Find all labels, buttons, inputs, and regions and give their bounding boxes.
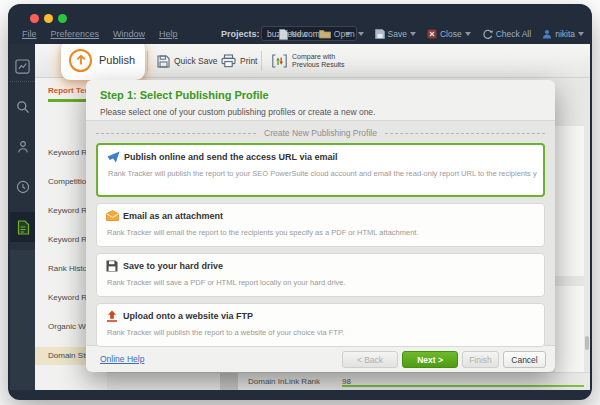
option-email-attachment[interactable]: Email as an attachment Rank Tracker will…: [96, 203, 545, 247]
finish-button[interactable]: Finish: [462, 351, 499, 368]
nav-search-button[interactable]: [10, 92, 35, 122]
save-label: Save: [388, 29, 407, 39]
option-title: Upload onto a website via FTP: [123, 311, 253, 321]
zoom-window-button[interactable]: [58, 14, 67, 23]
option-description: Rank Tracker will email the report to th…: [107, 228, 538, 237]
email-attachment-icon: [106, 210, 119, 221]
option-description: Rank Tracker will save a PDF or HTML rep…: [107, 278, 538, 287]
open-folder-icon: [319, 29, 331, 39]
dashed-line: [96, 133, 256, 134]
upload-ftp-icon: [106, 310, 118, 322]
save-disk-icon: [106, 260, 118, 272]
dialog-body: Create New Publishing Profile Publish on…: [86, 120, 555, 346]
report-icon: [16, 220, 30, 235]
search-icon: [16, 100, 30, 114]
open-project-button[interactable]: Open: [319, 29, 364, 39]
publish-online-icon: [107, 151, 120, 163]
next-button[interactable]: Next >: [402, 351, 458, 368]
open-label: Open: [334, 29, 355, 39]
compare-arrows-icon: [271, 54, 288, 68]
dialog-subtitle: Please select one of your custom publish…: [100, 107, 375, 117]
menubar: File Preferences Window Help Projects: b…: [8, 24, 592, 44]
menu-file[interactable]: File: [22, 29, 37, 39]
option-title: Save to your hard drive: [123, 261, 223, 271]
user-icon: [542, 29, 552, 39]
menu-help[interactable]: Help: [159, 29, 178, 39]
section-divider: Create New Publishing Profile: [96, 128, 545, 138]
option-title: Publish online and send the access URL v…: [124, 152, 337, 162]
floppy-save-icon: [157, 55, 170, 68]
titlebar: [8, 4, 592, 24]
content-area: Share Quick Save Print Compare with Prev…: [10, 44, 590, 390]
option-description: Rank Tracker will publish the report to …: [108, 169, 537, 178]
quick-save-button[interactable]: Quick Save: [157, 44, 217, 78]
quick-save-label: Quick Save: [174, 56, 217, 66]
background-panel: [555, 126, 584, 276]
printer-icon: [221, 54, 236, 68]
rank-progress-bar: [342, 385, 584, 387]
publish-button[interactable]: Publish: [61, 44, 145, 80]
menu-window[interactable]: Window: [113, 29, 145, 39]
toolbar-separator: [147, 51, 148, 71]
background-panel-right: [555, 78, 590, 390]
background-table-row: Domain InLink Rank 98: [107, 372, 590, 390]
clock-icon: [16, 180, 30, 194]
nav-competitors-button[interactable]: [10, 132, 35, 162]
person-icon: [16, 140, 30, 154]
user-label: nikita: [555, 29, 575, 39]
option-publish-online[interactable]: Publish online and send the access URL v…: [96, 143, 545, 197]
chart-icon: [15, 59, 30, 74]
domain-inlink-rank-label: Domain InLink Rank: [248, 377, 320, 386]
chevron-down-icon: [410, 32, 416, 36]
new-file-icon: [279, 29, 288, 40]
chevron-down-icon: [465, 32, 471, 36]
publish-arrow-icon: [69, 49, 92, 72]
nav-history-button[interactable]: [10, 172, 35, 202]
chevron-down-icon: [578, 32, 584, 36]
close-label: Close: [440, 29, 462, 39]
chevron-down-icon: [358, 32, 364, 36]
close-project-button[interactable]: Close: [427, 29, 471, 39]
close-window-button[interactable]: [30, 14, 39, 23]
check-all-button[interactable]: Check All: [482, 29, 531, 40]
option-upload-ftp[interactable]: Upload onto a website via FTP Rank Track…: [96, 303, 545, 347]
publish-label: Publish: [99, 54, 135, 66]
top-actions: New Open Save Close Check All: [279, 24, 584, 44]
option-title: Email as an attachment: [123, 211, 223, 221]
option-description: Rank Tracker will publish the report to …: [107, 328, 538, 337]
dialog-footer: Online Help < Back Next > Finish Cancel: [86, 346, 555, 372]
scrollbar-thumb[interactable]: [585, 336, 589, 350]
compare-button[interactable]: Compare with Previous Results: [271, 44, 345, 78]
menu-preferences[interactable]: Preferences: [51, 29, 100, 39]
nav-dashboard-button[interactable]: [10, 52, 35, 82]
option-save-hard-drive[interactable]: Save to your hard drive Rank Tracker wil…: [96, 253, 545, 297]
save-project-button[interactable]: Save: [375, 29, 416, 39]
report-toolbar: Share Quick Save Print Compare with Prev…: [35, 44, 590, 78]
dashed-line: [385, 133, 545, 134]
nav-rail-lower: [10, 250, 35, 390]
scrollbar-segment[interactable]: [220, 373, 238, 390]
user-menu-button[interactable]: nikita: [542, 29, 584, 39]
check-all-label: Check All: [496, 29, 531, 39]
new-label: New: [291, 29, 308, 39]
print-button[interactable]: Print: [221, 44, 257, 78]
close-square-icon: [427, 29, 437, 39]
save-file-icon: [375, 29, 385, 39]
toolbar-separator: [261, 51, 262, 71]
cancel-button[interactable]: Cancel: [503, 351, 546, 368]
app-window: File Preferences Window Help Projects: b…: [8, 4, 592, 400]
minimize-window-button[interactable]: [44, 14, 53, 23]
dialog-title: Step 1: Select Publishing Profile: [100, 89, 269, 101]
new-project-button[interactable]: New: [279, 29, 308, 40]
compare-label: Compare with Previous Results: [292, 53, 345, 69]
publishing-profile-dialog: Step 1: Select Publishing Profile Please…: [86, 80, 555, 372]
online-help-link[interactable]: Online Help: [100, 354, 144, 364]
projects-label: Projects:: [221, 29, 260, 39]
section-label: Create New Publishing Profile: [264, 128, 377, 138]
check-all-refresh-icon: [482, 29, 493, 40]
print-label: Print: [240, 56, 257, 66]
nav-reports-button[interactable]: [10, 212, 35, 242]
nav-rail: [10, 44, 35, 390]
back-button[interactable]: < Back: [342, 351, 398, 368]
background-panel: [555, 286, 584, 372]
